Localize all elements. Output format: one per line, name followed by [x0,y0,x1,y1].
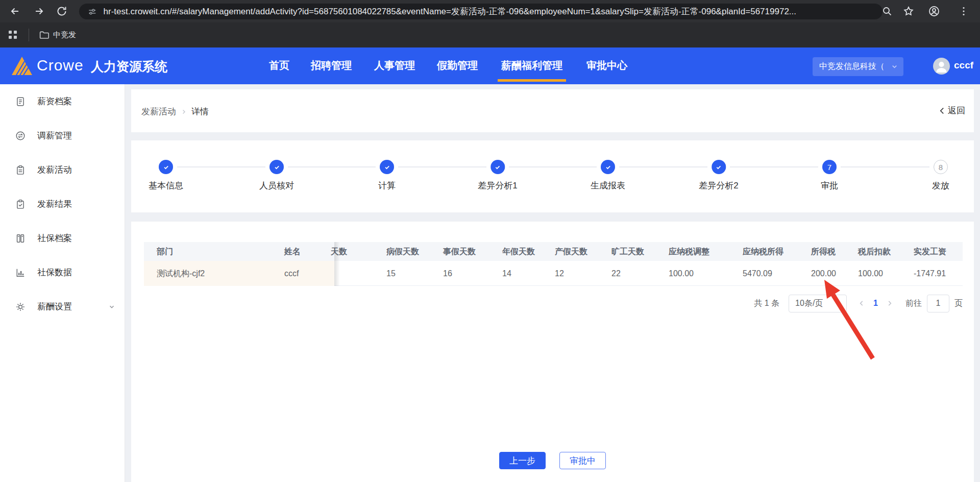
site-info-icon[interactable] [87,7,97,17]
clipboard-icon [15,165,26,175]
step-connector [841,166,929,167]
cell-personal-leave: 16 [443,261,452,286]
table-row: 测试机构-cjf2 cccf 15 16 14 12 22 100.00 547… [144,261,963,286]
browser-back-icon[interactable] [9,5,21,17]
cell-taxable-adjust: 100.00 [669,261,694,286]
step-done-check-icon [712,160,726,174]
divider [29,29,29,41]
brand-name: Crowe [37,57,84,74]
sidebar-item-salary-adjustment[interactable]: 调薪管理 [0,118,125,153]
sidebar: 薪资档案 调薪管理 发薪活动 发薪结果 社保档案 社保数据 薪酬设置 [0,84,125,482]
breadcrumb-current: 详情 [191,106,209,117]
cell-net-pay: -1747.91 [914,261,946,286]
page-unit-label: 页 [954,298,963,309]
url-bar[interactable]: hr-test.croweit.cn/#/salaryManagement/ad… [79,4,883,19]
avatar[interactable] [933,58,950,75]
profile-icon[interactable] [928,5,940,17]
nav-approval-center[interactable]: 审批中心 [586,59,627,73]
nav-hr[interactable]: 人事管理 [374,59,415,73]
sidebar-item-label: 薪资档案 [37,95,72,107]
prev-page-button[interactable] [858,300,865,307]
step-done-check-icon [270,160,284,174]
stepper-card: 基本信息 人员核对 计算 差异分析1 生成报表 差异分析2 7 审批 8 发放 [131,140,974,212]
step-approval-current: 7 审批 [821,160,838,191]
step-label: 计算 [378,180,396,191]
chevron-down-icon [835,300,842,307]
nav-home[interactable]: 首页 [269,59,289,73]
col-header-aftertax-deduct: 税后扣款 [858,242,891,261]
sidebar-item-label: 社保档案 [37,232,72,244]
browser-reload-icon[interactable] [56,5,68,17]
breadcrumb-parent[interactable]: 发薪活动 [141,106,176,117]
sidebar-item-social-security-archive[interactable]: 社保档案 [0,221,125,255]
cell-department: 测试机构-cjf2 [157,261,205,286]
nav-compensation[interactable]: 薪酬福利管理 [501,59,562,73]
sidebar-item-label: 发薪活动 [37,164,72,176]
step-personnel-check: 人员核对 [259,160,294,191]
apps-grid-icon[interactable] [7,29,19,41]
back-button[interactable]: 返回 [939,105,965,116]
next-page-button[interactable] [886,300,893,307]
step-connector [398,166,486,167]
chevron-left-icon [939,107,945,115]
step-basic-info: 基本信息 [149,160,183,191]
cell-annual-leave: 14 [502,261,511,286]
sidebar-item-salary-settings[interactable]: 薪酬设置 [0,290,125,324]
crowe-logo-icon [11,56,33,76]
bar-chart-icon [15,268,26,278]
step-payout-pending: 8 发放 [932,160,949,191]
page-number-1[interactable]: 1 [873,299,878,308]
step-done-check-icon [380,160,394,174]
sidebar-item-social-security-data[interactable]: 社保数据 [0,255,125,290]
nav-compensation-label: 薪酬福利管理 [501,60,562,71]
back-button-label: 返回 [948,105,965,116]
goto-page-input[interactable] [927,295,949,312]
step-done-check-icon [491,160,505,174]
step-label: 生成报表 [591,180,625,191]
archive-icon [15,233,26,244]
col-header-taxable-income: 应纳税所得 [743,242,783,261]
chevron-down-icon [891,63,898,70]
cell-aftertax-deduct: 100.00 [858,261,883,286]
step-number: 7 [827,163,831,172]
col-header-annual-leave: 年假天数 [502,242,535,261]
step-label: 差异分析1 [478,180,517,191]
company-select[interactable]: 中竞发信息科技（ [813,57,903,76]
search-icon[interactable] [881,5,893,17]
pagination-total: 共 1 条 [754,298,779,309]
url-text: hr-test.croweit.cn/#/salaryManagement/ad… [104,6,874,17]
nav-recruiting[interactable]: 招聘管理 [311,59,352,73]
browser-menu-icon[interactable] [958,5,970,17]
cell-absenteeism: 22 [611,261,621,286]
document-icon [15,97,26,107]
step-connector [177,166,265,167]
step-done-check-icon [159,160,173,174]
prev-step-button[interactable]: 上一步 [499,452,546,469]
page-size-select[interactable]: 10条/页 [789,295,847,312]
approval-status-button[interactable]: 审批中 [559,452,606,469]
step-number: 8 [939,163,943,172]
browser-forward-icon[interactable] [33,5,45,17]
username[interactable]: cccf [954,60,973,71]
bookmark-folder-label[interactable]: 中竞发 [53,30,76,40]
col-header-sick-leave: 病假天数 [386,242,419,261]
nav-attendance[interactable]: 假勤管理 [437,59,478,73]
bookmark-star-icon[interactable] [902,5,915,17]
step-diff-analysis-1: 差异分析1 [478,160,517,191]
chevron-down-icon [108,303,115,310]
step-connector [619,166,707,167]
table-card: 部门 姓名 天数 病假天数 事假天数 年假天数 产假天数 旷工天数 应纳税调整 … [131,222,974,482]
sidebar-item-payroll-result[interactable]: 发薪结果 [0,187,125,221]
bookmark-folder-icon[interactable] [39,30,50,40]
sidebar-item-salary-archive[interactable]: 薪资档案 [0,84,125,118]
col-header-department: 部门 [157,242,173,261]
exchange-icon [15,131,26,141]
step-label: 基本信息 [149,180,183,191]
sidebar-item-payroll-activity[interactable]: 发薪活动 [0,153,125,187]
bookmarks-bar: 中竞发 [0,22,980,47]
step-calculation: 计算 [378,160,396,191]
step-generate-report: 生成报表 [591,160,625,191]
breadcrumb-separator-icon [181,109,187,115]
sidebar-item-label: 薪酬设置 [37,301,72,312]
cell-taxable-income: 5470.09 [743,261,772,286]
